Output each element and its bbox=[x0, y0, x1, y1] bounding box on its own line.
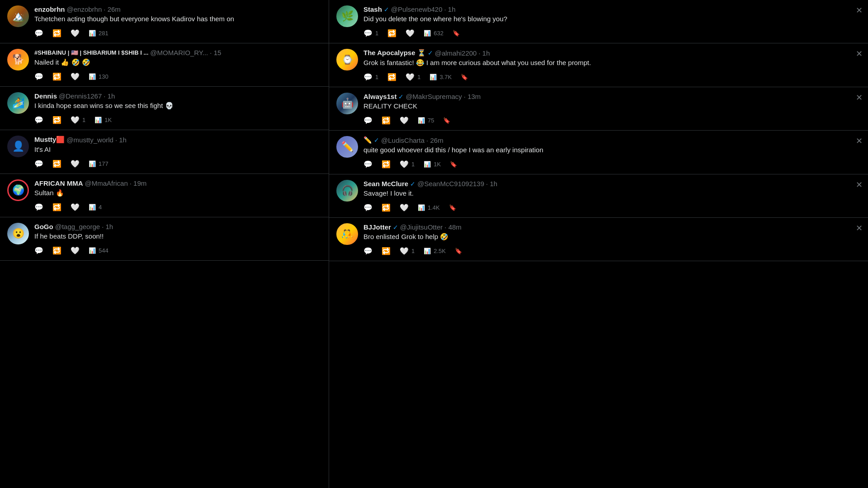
tweet-content: ✏️ ✓ @LudisCharta · 26m quite good whoev… bbox=[363, 136, 861, 169]
reply-action[interactable]: 💬 bbox=[363, 203, 373, 212]
tweet-content: AFRICAN MMA @MmaAfrican · 19m Sultan 🔥 💬… bbox=[34, 179, 321, 211]
reply-action[interactable]: 💬 bbox=[363, 160, 373, 169]
close-button[interactable]: ✕ bbox=[856, 93, 863, 103]
tweet-text: Savage! I love it. bbox=[363, 188, 861, 198]
views-count: 75 bbox=[428, 117, 434, 124]
reply-action[interactable]: 💬 bbox=[34, 72, 43, 81]
retweet-action[interactable]: 🔁 bbox=[52, 246, 61, 255]
like-action[interactable]: 🤍 1 bbox=[406, 73, 420, 81]
tweet-actions: 💬 🔁 🤍 📊 177 bbox=[34, 160, 321, 168]
retweet-action[interactable]: 🔁 bbox=[52, 72, 61, 81]
views-count: 632 bbox=[434, 30, 443, 37]
username: enzobrhn bbox=[34, 5, 65, 13]
views-action[interactable]: 📊 632 bbox=[424, 30, 443, 37]
like-action[interactable]: 🤍 bbox=[71, 72, 80, 81]
retweet-action[interactable]: 🔁 bbox=[52, 160, 61, 168]
views-icon: 📊 bbox=[418, 117, 425, 124]
time: · 1h bbox=[115, 136, 127, 144]
like-icon: 🤍 bbox=[400, 160, 409, 169]
reply-action[interactable]: 💬 bbox=[34, 116, 43, 124]
reply-icon: 💬 bbox=[34, 246, 43, 255]
like-action[interactable]: 🤍 1 bbox=[71, 116, 85, 124]
retweet-action[interactable]: 🔁 bbox=[387, 29, 396, 38]
bookmark-action[interactable]: 🔖 bbox=[449, 204, 456, 211]
views-action[interactable]: 📊 177 bbox=[89, 160, 108, 167]
like-action[interactable]: 🤍 bbox=[400, 116, 409, 125]
bookmark-action[interactable]: 🔖 bbox=[443, 117, 450, 124]
username: Mustty🟥 bbox=[34, 136, 65, 144]
tweet-content: Dennis @Dennis1267 · 1h I kinda hope sea… bbox=[34, 92, 321, 124]
tweet-actions: 💬 🔁 🤍 1 📊 2.5K 🔖 bbox=[363, 247, 861, 255]
like-count: 1 bbox=[411, 161, 415, 168]
views-action[interactable]: 📊 3.7K bbox=[429, 74, 452, 80]
bookmark-action[interactable]: 🔖 bbox=[450, 161, 457, 168]
close-button[interactable]: ✕ bbox=[856, 180, 863, 190]
like-action[interactable]: 🤍 bbox=[71, 29, 80, 38]
tweet-header: Stash ✓ @Pulsenewb420 · 1h bbox=[363, 5, 861, 13]
bookmark-action[interactable]: 🔖 bbox=[461, 74, 468, 80]
verified-badge: ✓ bbox=[393, 224, 398, 231]
views-action[interactable]: 📊 130 bbox=[89, 73, 108, 80]
views-action[interactable]: 📊 544 bbox=[89, 247, 108, 254]
time: · 1h bbox=[478, 49, 490, 57]
like-count: 1 bbox=[411, 248, 415, 254]
views-action[interactable]: 📊 4 bbox=[89, 204, 102, 211]
retweet-action[interactable]: 🔁 bbox=[382, 160, 391, 169]
tweet-text: Grok is fantastic! 😂 I am more curious a… bbox=[363, 58, 861, 67]
tweet-text: Did you delete the one where he's blowin… bbox=[363, 14, 861, 23]
username: AFRICAN MMA bbox=[34, 179, 83, 187]
views-action[interactable]: 📊 2.5K bbox=[424, 248, 446, 254]
bookmark-action[interactable]: 🔖 bbox=[453, 30, 460, 37]
views-action[interactable]: 📊 1K bbox=[94, 117, 112, 123]
retweet-action[interactable]: 🔁 bbox=[52, 203, 61, 211]
like-action[interactable]: 🤍 bbox=[71, 203, 80, 211]
close-button[interactable]: ✕ bbox=[856, 49, 863, 59]
handle: @tagg_george bbox=[55, 223, 100, 230]
reply-action[interactable]: 💬 bbox=[34, 29, 43, 38]
tweet-content: BJJotter ✓ @JiujitsuOtter · 48m Bro enli… bbox=[363, 223, 861, 255]
like-action[interactable]: 🤍 1 bbox=[400, 247, 415, 255]
like-action[interactable]: 🤍 bbox=[406, 29, 415, 38]
handle: @JiujitsuOtter bbox=[400, 223, 443, 231]
username: BJJotter bbox=[363, 223, 391, 231]
tweet-3: 🏄 Dennis @Dennis1267 · 1h I kinda hope s… bbox=[0, 87, 329, 130]
reply-action[interactable]: 💬 bbox=[34, 203, 43, 211]
retweet-action[interactable]: 🔁 bbox=[52, 29, 61, 38]
verified-badge: ✓ bbox=[384, 6, 389, 13]
tweet-content: The Apocalypse ⏳ ✓ @almahi2200 · 1h Grok… bbox=[363, 49, 861, 81]
views-action[interactable]: 📊 281 bbox=[89, 30, 108, 37]
username: Sean McClure bbox=[363, 180, 408, 188]
retweet-action[interactable]: 🔁 bbox=[387, 73, 396, 81]
like-action[interactable]: 🤍 1 bbox=[400, 160, 415, 169]
retweet-action[interactable]: 🔁 bbox=[382, 247, 391, 255]
retweet-action[interactable]: 🔁 bbox=[382, 203, 391, 212]
retweet-action[interactable]: 🔁 bbox=[382, 116, 391, 125]
like-action[interactable]: 🤍 bbox=[71, 160, 80, 168]
views-count: 4 bbox=[99, 204, 102, 211]
tweet-header: Sean McClure ✓ @SeanMcC91092139 · 1h bbox=[363, 180, 861, 188]
tweet-actions: 💬 🔁 🤍 📊 4 bbox=[34, 203, 321, 211]
bookmark-action[interactable]: 🔖 bbox=[455, 248, 462, 254]
close-button[interactable]: ✕ bbox=[856, 5, 863, 15]
like-action[interactable]: 🤍 bbox=[71, 246, 80, 255]
reply-action[interactable]: 💬 bbox=[363, 116, 373, 125]
tweet-header: Always1st ✓ @MakrSupremacy · 13m bbox=[363, 93, 861, 100]
reply-action[interactable]: 💬 bbox=[363, 247, 373, 255]
close-button[interactable]: ✕ bbox=[856, 136, 863, 146]
reply-action[interactable]: 💬 1 bbox=[363, 29, 378, 38]
like-action[interactable]: 🤍 bbox=[400, 203, 409, 212]
views-action[interactable]: 📊 1K bbox=[424, 161, 441, 168]
tweet-text: Nailed it 👍 🤣 🤣 bbox=[34, 57, 321, 67]
views-count: 3.7K bbox=[439, 74, 452, 80]
reply-action[interactable]: 💬 bbox=[34, 246, 43, 255]
views-action[interactable]: 📊 1.4K bbox=[418, 204, 440, 211]
reply-action[interactable]: 💬 1 bbox=[363, 73, 378, 81]
views-icon: 📊 bbox=[429, 74, 437, 80]
reply-action[interactable]: 💬 bbox=[34, 160, 43, 168]
avatar: 😮 bbox=[7, 223, 29, 244]
retweet-action[interactable]: 🔁 bbox=[52, 116, 61, 124]
verified-badge: ✓ bbox=[398, 93, 404, 100]
reply-icon: 💬 bbox=[34, 72, 43, 81]
close-button[interactable]: ✕ bbox=[856, 223, 863, 233]
views-action[interactable]: 📊 75 bbox=[418, 117, 434, 124]
